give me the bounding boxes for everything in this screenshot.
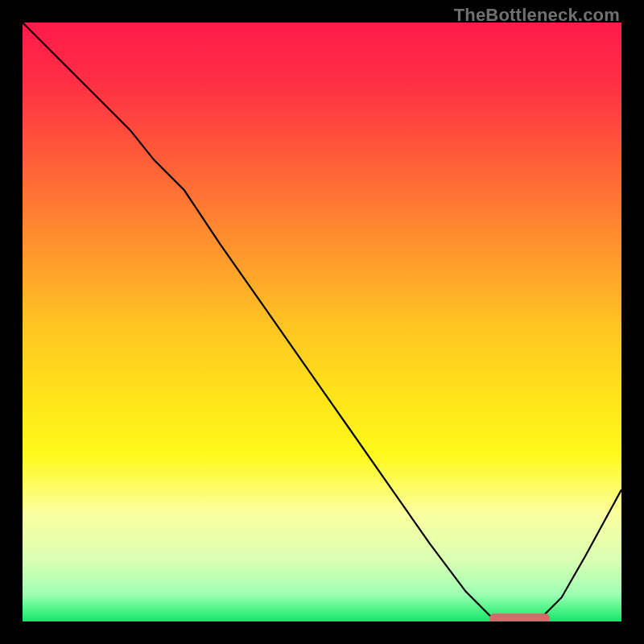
- optimal-range-marker: [489, 613, 549, 621]
- chart-frame: TheBottleneck.com: [0, 0, 644, 644]
- plot-svg: [23, 23, 621, 621]
- plot-area: [23, 23, 621, 621]
